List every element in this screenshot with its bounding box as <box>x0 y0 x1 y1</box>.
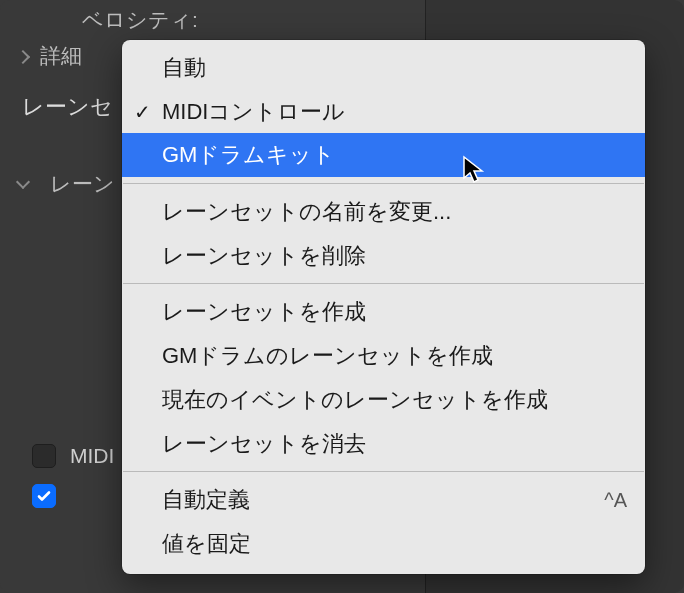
menu-separator <box>123 183 644 184</box>
menu-item-fix-value[interactable]: 値を固定 <box>122 522 645 566</box>
menu-shortcut: ^A <box>604 487 627 514</box>
chevron-down-icon <box>18 178 30 190</box>
menu-item-clear-laneset[interactable]: レーンセットを消去 <box>122 422 645 466</box>
checkmark-icon: ✓ <box>134 98 151 125</box>
menu-item-label: レーンセットの名前を変更... <box>162 197 451 227</box>
menu-item-rename-laneset[interactable]: レーンセットの名前を変更... <box>122 190 645 234</box>
checkbox-checked[interactable] <box>32 484 56 508</box>
menu-item-label: レーンセットを削除 <box>162 241 366 271</box>
menu-item-label: 自動定義 <box>162 485 250 515</box>
menu-item-auto[interactable]: 自動 <box>122 46 645 90</box>
menu-separator <box>123 471 644 472</box>
laneset-label-2: レーン <box>50 170 115 198</box>
checked-row[interactable] <box>32 484 56 508</box>
menu-item-create-event-laneset[interactable]: 現在のイベントのレーンセットを作成 <box>122 378 645 422</box>
menu-item-midi-control[interactable]: ✓ MIDIコントロール <box>122 90 645 134</box>
velocity-label-text: ベロシティ: <box>82 6 198 34</box>
menu-item-label: 現在のイベントのレーンセットを作成 <box>162 385 548 415</box>
menu-item-label: 自動 <box>162 53 206 83</box>
menu-item-label: 値を固定 <box>162 529 251 559</box>
velocity-label: ベロシティ: <box>82 6 198 34</box>
menu-item-label: レーンセットを作成 <box>162 297 366 327</box>
context-menu: 自動 ✓ MIDIコントロール GMドラムキット レーンセットの名前を変更...… <box>122 40 645 574</box>
menu-item-label: GMドラムキット <box>162 140 335 170</box>
detail-row[interactable]: 詳細 <box>18 42 82 70</box>
menu-separator <box>123 283 644 284</box>
menu-item-label: MIDIコントロール <box>162 97 345 127</box>
laneset-row-1[interactable]: レーンセ <box>22 92 113 122</box>
menu-item-label: レーンセットを消去 <box>162 429 366 459</box>
checkbox-unchecked[interactable] <box>32 444 56 468</box>
menu-item-gm-drumkit[interactable]: GMドラムキット <box>122 133 645 177</box>
detail-label: 詳細 <box>40 42 82 70</box>
laneset-row-2[interactable]: レーン <box>18 170 115 198</box>
midi-label: MIDI <box>70 444 114 468</box>
midi-checkbox-row[interactable]: MIDI <box>32 444 114 468</box>
menu-item-autodef[interactable]: 自動定義 ^A <box>122 478 645 522</box>
menu-item-label: GMドラムのレーンセットを作成 <box>162 341 493 371</box>
menu-item-create-gm-laneset[interactable]: GMドラムのレーンセットを作成 <box>122 334 645 378</box>
menu-item-delete-laneset[interactable]: レーンセットを削除 <box>122 234 645 278</box>
menu-item-create-laneset[interactable]: レーンセットを作成 <box>122 290 645 334</box>
chevron-right-icon <box>18 50 30 62</box>
laneset-label-1: レーンセ <box>22 92 113 122</box>
